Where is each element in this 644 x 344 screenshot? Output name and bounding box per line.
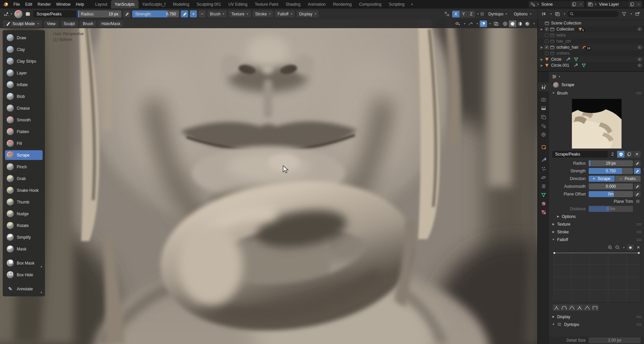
show-object-types-icon[interactable] — [454, 20, 462, 27]
3d-viewport[interactable]: Sculpt Mode▾ View Sculpt Brush Hide/Mask… — [0, 19, 537, 344]
outliner-row-extra[interactable]: extra — [538, 32, 644, 38]
curve-zoom-out-icon[interactable] — [615, 245, 620, 250]
panel-grip[interactable] — [636, 92, 641, 95]
shading-material-icon[interactable] — [516, 20, 524, 27]
section-brush[interactable]: ▼Brush — [549, 89, 644, 97]
scene-new-icon[interactable] — [571, 1, 578, 7]
strength-slider[interactable]: Strength: 0.750 — [132, 10, 179, 17]
falloff-constant-icon[interactable] — [591, 304, 599, 311]
scene-name[interactable]: Scene — [539, 1, 571, 7]
visibility-eye-icon[interactable] — [637, 64, 642, 67]
tab-modifiers[interactable] — [538, 156, 549, 164]
tool-nudge[interactable]: Nudge — [5, 209, 43, 219]
outliner-row-scene-collection[interactable]: Scene Collection — [538, 20, 644, 26]
collection-checkbox[interactable] — [545, 51, 549, 55]
filter-icon[interactable] — [621, 11, 628, 17]
xray-toggle-icon[interactable] — [492, 20, 500, 27]
section-dyntopo[interactable]: ▼Dyntopo — [549, 321, 644, 328]
strength-pressure-icon[interactable] — [634, 168, 641, 174]
viewport-menu-view[interactable]: View — [44, 20, 59, 27]
autosmooth-field[interactable]: 0.000 — [589, 183, 633, 189]
outliner-row-circle-001[interactable]: ▶ Circle.001 — [538, 62, 644, 68]
collection-checkbox[interactable]: ✓ — [545, 45, 549, 49]
falloff-root-icon[interactable] — [568, 304, 576, 311]
workspace-tab-yansculpts[interactable]: YanSculpts — [111, 0, 139, 8]
panel-grip[interactable] — [636, 238, 641, 241]
outliner-row-ochako-hair[interactable]: ▶ ✓ ochako_hair 19 — [538, 44, 644, 50]
tool-snake-hook[interactable]: Snake Hook — [5, 185, 43, 195]
tool-box-mask[interactable]: Box Mask — [5, 258, 43, 268]
options-dropdown[interactable]: Options▾ — [511, 10, 534, 17]
visibility-eye-icon[interactable] — [637, 58, 642, 61]
dyntopo-checkbox[interactable] — [480, 12, 484, 16]
menu-render[interactable]: Render — [35, 1, 53, 8]
brush-users-count[interactable]: 2 — [608, 151, 616, 158]
tool-clay-strips[interactable]: Clay Strips — [5, 56, 43, 66]
remove-brush-button[interactable]: − — [199, 10, 206, 17]
section-stroke[interactable]: ▶Stroke — [549, 228, 644, 236]
brush-name-field[interactable]: Scrape/Peaks — [33, 10, 76, 17]
tab-scene[interactable] — [538, 121, 549, 130]
add-workspace-button[interactable]: + — [408, 0, 416, 8]
plane-offset-field[interactable]: 0m — [589, 191, 633, 197]
radius-pressure-icon[interactable] — [634, 160, 641, 166]
expand-icon[interactable]: ▶ — [540, 46, 543, 49]
curve-clipping-icon[interactable] — [627, 245, 634, 250]
tool-scrape[interactable]: Scrape — [5, 150, 43, 160]
view-layer-remove-icon[interactable]: ✕ — [635, 1, 642, 7]
workspace-tab-animation[interactable]: Animation — [304, 0, 329, 8]
panel-grip[interactable] — [636, 231, 641, 233]
display-mode-icon[interactable] — [554, 11, 561, 17]
tab-tool[interactable] — [538, 82, 549, 91]
duplicate-brush-icon[interactable] — [625, 151, 633, 158]
falloff-sharp-icon[interactable] — [576, 304, 583, 311]
unlink-brush-icon[interactable]: ✕ — [633, 151, 641, 158]
falloff-dropdown[interactable]: Falloff▾ — [275, 10, 294, 17]
radius-pressure-icon[interactable] — [123, 10, 130, 17]
tab-particles[interactable] — [538, 164, 549, 173]
tab-object[interactable] — [538, 143, 549, 152]
shading-chevron[interactable]: ▾ — [533, 22, 535, 25]
active-tool-icon[interactable]: ▾ — [3, 11, 13, 17]
falloff-linear-icon[interactable] — [584, 304, 591, 311]
curve-zoom-in-icon[interactable] — [608, 245, 612, 250]
tab-view-layer[interactable] — [538, 113, 549, 121]
properties-editor-chevron[interactable]: ▾ — [559, 75, 560, 78]
autosmooth-pressure-icon[interactable] — [634, 183, 641, 189]
section-options[interactable]: ▶Options — [549, 213, 644, 220]
falloff-curve-widget[interactable] — [553, 251, 640, 302]
mirror-options-chevron[interactable]: ▾ — [477, 12, 479, 15]
tool-flatten[interactable]: Flatten — [5, 127, 43, 136]
shading-solid-icon[interactable] — [509, 20, 516, 27]
section-display[interactable]: ▶Display — [549, 313, 644, 321]
tool-clay[interactable]: Clay — [5, 45, 43, 54]
strength-pressure-icon[interactable] — [181, 10, 188, 17]
tool-box-hide[interactable]: Box Hide — [5, 270, 43, 280]
tool-pinch[interactable]: Pinch — [5, 162, 43, 172]
radius-field[interactable]: 19 px — [589, 160, 633, 166]
tool-rotate[interactable]: Rotate — [5, 221, 43, 230]
expand-icon[interactable]: ▶ — [540, 64, 543, 67]
tab-physics[interactable] — [538, 173, 549, 182]
tool-annotate[interactable]: ✎Annotate — [5, 284, 43, 294]
tab-world[interactable] — [538, 130, 549, 139]
tool-inflate[interactable]: Inflate — [5, 80, 43, 90]
detail-size-field[interactable]: 2.00 px — [589, 337, 641, 343]
view-layer-name[interactable]: View Layer — [596, 1, 629, 7]
outliner-row-collection[interactable]: ▶ ✓ Collection 5 — [538, 26, 644, 32]
tab-constraints[interactable] — [538, 182, 549, 190]
curve-handle-left[interactable] — [553, 252, 555, 254]
visibility-eye-icon[interactable] — [637, 46, 642, 49]
curve-delete-icon[interactable]: ✕ — [637, 245, 640, 250]
display-mode-chevron[interactable]: ▾ — [564, 12, 565, 15]
browse-brush-icon[interactable] — [24, 11, 32, 17]
falloff-smooth-icon[interactable] — [553, 304, 560, 311]
texture-dropdown[interactable]: Texture▾ — [228, 10, 251, 17]
outliner-row-cntrlers[interactable]: cntrlers — [538, 50, 644, 56]
mirror-z-toggle[interactable]: Z — [468, 11, 475, 17]
expand-icon[interactable]: ▶ — [540, 28, 543, 31]
tab-output[interactable] — [538, 104, 549, 113]
fake-user-shield-icon[interactable] — [617, 151, 625, 158]
falloff-sphere-icon[interactable] — [560, 304, 568, 311]
gizmos-chevron[interactable]: ▾ — [477, 22, 478, 25]
